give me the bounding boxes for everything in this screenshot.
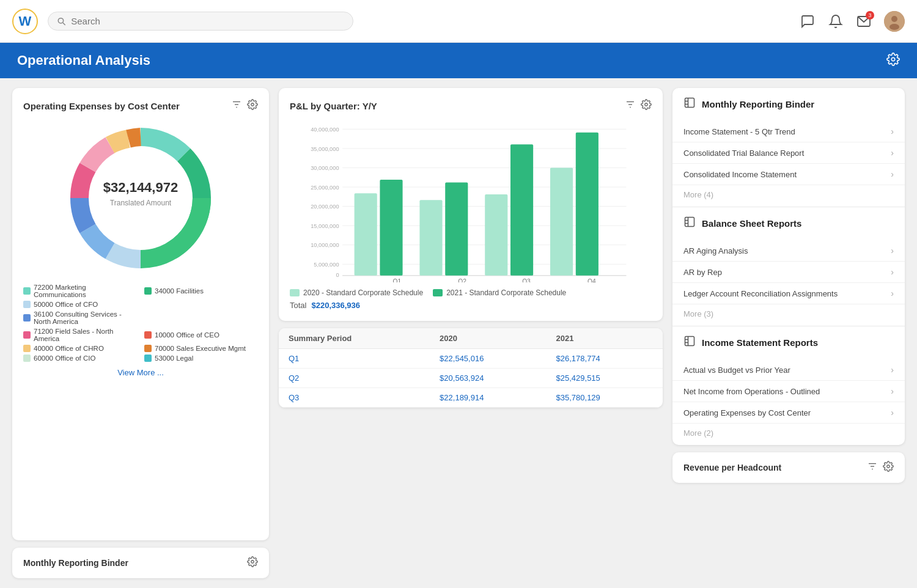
- report-item-actual-budget[interactable]: Actual vs Budget vs Prior Year ›: [672, 359, 905, 381]
- search-input[interactable]: [71, 16, 344, 26]
- legend-item: [144, 311, 258, 325]
- gear-icon-small[interactable]: [247, 556, 258, 570]
- svg-line-1: [63, 23, 65, 25]
- inbox-icon[interactable]: 3: [856, 13, 872, 29]
- report-item-ledger-reconcil[interactable]: Ledger Account Reconciliation Assignment…: [672, 283, 905, 304]
- val-2020-q3: $22,189,914: [430, 388, 546, 408]
- bar-chart-card: P&L by Quarter: Y/Y 40,000,000 35,000,00…: [279, 88, 663, 321]
- balance-sheet-icon: [683, 216, 696, 230]
- chevron-right-icon: ›: [891, 246, 894, 255]
- report-item-ar-aging[interactable]: AR Aging Analysis ›: [672, 240, 905, 262]
- svg-text:40,000,000: 40,000,000: [311, 127, 339, 133]
- svg-text:20,000,000: 20,000,000: [311, 204, 339, 210]
- svg-text:15,000,000: 15,000,000: [311, 223, 339, 229]
- monthly-binder-title: Monthly Reporting Binder: [702, 99, 814, 109]
- revenue-card: Revenue per Headcount: [672, 452, 905, 483]
- report-item-consol-income[interactable]: Consolidated Income Statement ›: [672, 164, 905, 185]
- bar-legend: 2020 - Standard Corporate Schedule 2021 …: [290, 288, 652, 297]
- reports-card: Monthly Reporting Binder Income Statemen…: [672, 88, 905, 445]
- more-income-stmt[interactable]: More (2): [672, 424, 905, 445]
- legend-item: 40000 Office of CHRO: [23, 345, 137, 352]
- summary-table: Summary Period 2020 2021 Q1 $22,545,016 …: [279, 328, 663, 408]
- balance-sheet-section: Balance Sheet Reports: [672, 207, 905, 240]
- svg-rect-43: [485, 194, 507, 276]
- left-panel: Operating Expenses by Cost Center: [12, 88, 269, 578]
- monthly-binder-section: Monthly Reporting Binder: [672, 88, 905, 121]
- svg-point-4: [891, 16, 897, 22]
- search-icon: [57, 17, 66, 26]
- chevron-right-icon: ›: [891, 365, 894, 375]
- svg-text:Q1: Q1: [392, 278, 401, 282]
- settings-icon[interactable]: [886, 53, 900, 68]
- legend-item: 60000 Office of CIO: [23, 355, 137, 362]
- middle-panel: P&L by Quarter: Y/Y 40,000,000 35,000,00…: [279, 88, 663, 578]
- view-more-link[interactable]: View More ...: [23, 368, 258, 377]
- report-item-net-income[interactable]: Net Income from Operations - Outlined ›: [672, 381, 905, 402]
- table-row: Q3 $22,189,914 $35,780,129: [279, 388, 663, 408]
- chevron-right-icon: ›: [891, 267, 894, 277]
- monthly-binder-small-card: Monthly Reporting Binder: [12, 548, 269, 578]
- table-row: Q2 $20,563,924 $25,429,515: [279, 369, 663, 388]
- legend-item: 72200 Marketing Communications: [23, 284, 137, 298]
- donut-legend: 72200 Marketing Communications 34000 Fac…: [23, 284, 258, 362]
- col-2021: 2021: [547, 328, 663, 349]
- search-bar[interactable]: [48, 12, 353, 31]
- more-monthly[interactable]: More (4): [672, 185, 905, 207]
- page-header: Operational Analysis: [0, 43, 917, 78]
- legend-item: 34000 Facilities: [144, 284, 258, 298]
- chevron-right-icon: ›: [891, 127, 894, 136]
- chat-icon[interactable]: [800, 13, 816, 29]
- svg-point-11: [97, 154, 185, 242]
- bar-chart-svg: 40,000,000 35,000,000 30,000,000 25,000,…: [290, 123, 652, 282]
- legend-item: 53000 Legal: [144, 355, 258, 362]
- income-stmt-title: Income Statement Reports: [702, 337, 818, 348]
- table-row: Q1 $22,545,016 $26,178,774: [279, 349, 663, 369]
- svg-point-10: [251, 103, 254, 106]
- legend-item: 10000 Office of CEO: [144, 328, 258, 342]
- svg-point-14: [251, 560, 254, 564]
- legend-item: 50000 Office of CFO: [23, 301, 137, 308]
- monthly-binder-small-title: Monthly Reporting Binder: [23, 558, 128, 568]
- svg-rect-44: [510, 144, 533, 276]
- filter-icon-revenue[interactable]: [867, 461, 878, 474]
- svg-rect-49: [685, 98, 694, 108]
- val-2020-q1: $22,545,016: [430, 349, 546, 369]
- total-row: Total $220,336,936: [290, 301, 652, 310]
- legend-item: [144, 301, 258, 308]
- svg-text:5,000,000: 5,000,000: [314, 262, 339, 268]
- period-q3[interactable]: Q3: [279, 388, 430, 408]
- notification-badge: 3: [866, 11, 874, 20]
- more-balance-sheet[interactable]: More (3): [672, 304, 905, 326]
- svg-rect-41: [445, 183, 468, 276]
- report-item-ar-rep[interactable]: AR by Rep ›: [672, 262, 905, 283]
- gear-icon-revenue[interactable]: [883, 461, 894, 474]
- svg-rect-53: [685, 218, 694, 227]
- binder-icon: [683, 97, 696, 111]
- val-2021-q1: $26,178,774: [547, 349, 663, 369]
- right-panel: Monthly Reporting Binder Income Statemen…: [672, 88, 905, 578]
- report-item-income-stmt[interactable]: Income Statement - 5 Qtr Trend ›: [672, 121, 905, 142]
- gear-icon[interactable]: [247, 99, 258, 112]
- val-2020-q2: $20,563,924: [430, 369, 546, 388]
- svg-text:Translated Amount: Translated Amount: [110, 199, 172, 207]
- filter-icon-bar[interactable]: [625, 99, 636, 112]
- report-item-opex-cost[interactable]: Operating Expenses by Cost Center ›: [672, 402, 905, 424]
- svg-text:10,000,000: 10,000,000: [311, 242, 339, 248]
- gear-icon-bar[interactable]: [641, 99, 652, 112]
- svg-point-6: [891, 57, 895, 61]
- legend-item: 70000 Sales Executive Mgmt: [144, 345, 258, 352]
- bar-chart-title: P&L by Quarter: Y/Y: [290, 101, 377, 111]
- notification-icon[interactable]: [828, 13, 844, 29]
- chevron-right-icon: ›: [891, 408, 894, 417]
- period-q1[interactable]: Q1: [279, 349, 430, 369]
- period-q2[interactable]: Q2: [279, 369, 430, 388]
- main-content: Operating Expenses by Cost Center: [0, 78, 917, 588]
- revenue-title: Revenue per Headcount: [683, 463, 781, 472]
- user-avatar[interactable]: [884, 11, 905, 32]
- chevron-right-icon: ›: [891, 169, 894, 179]
- legend-2020: 2020 - Standard Corporate Schedule: [290, 288, 423, 297]
- svg-text:Q3: Q3: [522, 278, 531, 282]
- filter-icon[interactable]: [231, 99, 242, 112]
- svg-text:25,000,000: 25,000,000: [311, 185, 339, 191]
- report-item-trial-balance[interactable]: Consolidated Trial Balance Report ›: [672, 142, 905, 164]
